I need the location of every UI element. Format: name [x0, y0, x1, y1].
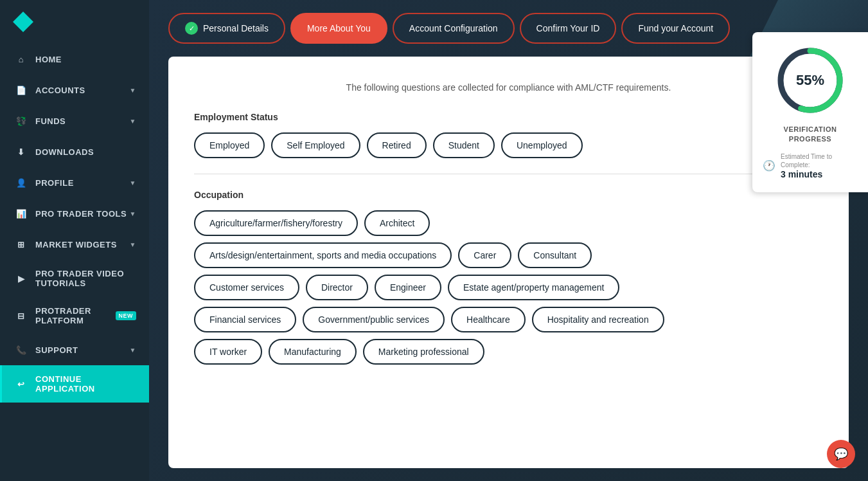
occupation-option-director[interactable]: Director — [306, 275, 368, 300]
occupation-option-engineer[interactable]: Engineer — [375, 275, 441, 300]
progress-circle-container: 55% — [763, 45, 858, 116]
occupation-option-customer-services[interactable]: Customer services — [194, 275, 299, 300]
sidebar-item-accounts[interactable]: 📄 ACCOUNTS ▼ — [0, 75, 149, 105]
sidebar-item-pro-trader-video[interactable]: ▶ PRO TRADER VIDEO TUTORIALS — [0, 260, 149, 297]
occupation-option-consultant[interactable]: Consultant — [518, 242, 592, 268]
chevron-icon: ▼ — [130, 87, 136, 94]
occupation-row3: Customer servicesDirectorEngineerEstate … — [194, 275, 823, 300]
step-account-configuration[interactable]: Account Configuration — [393, 13, 515, 44]
occupation-option-financial-services[interactable]: Financial services — [194, 307, 296, 332]
sidebar-item-label: PROFILE — [35, 178, 74, 188]
step-label: Fund your Account — [638, 23, 713, 33]
occupation-label: Occupation — [194, 190, 823, 200]
profile-icon: 👤 — [15, 176, 28, 189]
widgets-icon: ⊞ — [15, 238, 28, 251]
employment-option-unemployed[interactable]: Unemployed — [501, 132, 583, 158]
section-divider — [194, 174, 823, 174]
step-label: Account Configuration — [409, 23, 498, 33]
occupation-option-healthcare[interactable]: Healthcare — [451, 307, 526, 332]
sidebar-item-label: PRO TRADER VIDEO TUTORIALS — [35, 269, 136, 288]
sidebar-item-label: PROTRADER PLATFORM — [35, 306, 111, 325]
occupation-section: Occupation Agriculture/farmer/fishery/fo… — [194, 190, 823, 365]
time-value: 3 minutes — [781, 169, 858, 179]
sidebar-item-protrader-platform[interactable]: ⊟ PROTRADER PLATFORM NEW — [0, 297, 149, 334]
employment-option-employed[interactable]: Employed — [194, 132, 265, 158]
funds-icon: 💱 — [15, 114, 28, 127]
chat-button[interactable]: 💬 — [827, 440, 855, 468]
step-label: Confirm Your ID — [536, 23, 600, 33]
employment-options: EmployedSelf EmployedRetiredStudentUnemp… — [194, 132, 823, 158]
employment-label: Employment Status — [194, 112, 823, 122]
employment-option-self-employed[interactable]: Self Employed — [271, 132, 360, 158]
support-icon: 📞 — [15, 343, 28, 356]
home-icon: ⌂ — [15, 53, 28, 66]
step-label: Personal Details — [203, 23, 269, 33]
occupation-row5: IT workerManufacturingMarketing professi… — [194, 339, 823, 365]
sidebar-item-funds[interactable]: 💱 FUNDS ▼ — [0, 105, 149, 136]
sidebar-item-label: CONTINUE APPLICATION — [35, 374, 136, 394]
sidebar-item-label: ACCOUNTS — [35, 86, 85, 95]
employment-section: Employment Status EmployedSelf EmployedR… — [194, 112, 823, 158]
continue-icon: ↩ — [15, 377, 28, 390]
chevron-icon: ▼ — [130, 241, 136, 248]
sidebar-item-market-widgets[interactable]: ⊞ MARKET WIDGETS ▼ — [0, 229, 149, 260]
sidebar-item-label: PRO TRADER TOOLS — [35, 209, 127, 219]
sidebar-item-continue-application[interactable]: ↩ CONTINUE APPLICATION — [0, 365, 149, 403]
form-area: The following questions are collected fo… — [168, 57, 849, 468]
occupation-option-manufacturing[interactable]: Manufacturing — [269, 339, 357, 365]
sidebar-item-support[interactable]: 📞 SUPPORT ▼ — [0, 334, 149, 365]
downloads-icon: ⬇ — [15, 145, 28, 158]
progress-widget: 55% VERIFICATIONPROGRESS 🕐 Estimated Tim… — [752, 32, 868, 192]
occupation-option-government-public-services[interactable]: Government/public services — [303, 307, 445, 332]
sidebar-item-label: DOWNLOADS — [35, 147, 94, 157]
verification-label: VERIFICATIONPROGRESS — [763, 125, 858, 145]
estimated-label: Estimated Time to Complete: — [781, 152, 858, 169]
sidebar-logo — [0, 0, 149, 44]
occupation-option-estate-agent-property-manageme[interactable]: Estate agent/property management — [448, 275, 619, 300]
accounts-icon: 📄 — [15, 84, 28, 96]
progress-percentage: 55% — [796, 72, 824, 89]
employment-option-retired[interactable]: Retired — [367, 132, 427, 158]
video-icon: ▶ — [15, 272, 28, 285]
sidebar-item-downloads[interactable]: ⬇ DOWNLOADS — [0, 136, 149, 167]
occupation-option-arts-design-entertainment-spor[interactable]: Arts/design/entertainment, sports and me… — [194, 242, 452, 268]
step-confirm-your-id[interactable]: Confirm Your ID — [520, 13, 617, 44]
sidebar-item-label: HOME — [35, 55, 62, 64]
occupation-option-carer[interactable]: Carer — [458, 242, 511, 268]
occupation-option-it-worker[interactable]: IT worker — [194, 339, 262, 365]
clock-icon: 🕐 — [763, 159, 775, 172]
main-content: ✓Personal DetailsMore About YouAccount C… — [149, 0, 868, 481]
sidebar-item-label: MARKET WIDGETS — [35, 240, 117, 250]
sidebar-item-pro-trader-tools[interactable]: 📊 PRO TRADER TOOLS ▼ — [0, 198, 149, 229]
occupation-option-agriculture-farmer-fishery-for[interactable]: Agriculture/farmer/fishery/forestry — [194, 210, 358, 236]
new-badge: NEW — [116, 311, 137, 320]
progress-circle: 55% — [775, 45, 846, 116]
chevron-icon: ▼ — [130, 118, 136, 125]
sidebar-item-label: SUPPORT — [35, 345, 78, 355]
time-estimate: 🕐 Estimated Time to Complete: 3 minutes — [763, 152, 858, 179]
occupation-row2: Arts/design/entertainment, sports and me… — [194, 242, 823, 268]
sidebar-item-home[interactable]: ⌂ HOME — [0, 44, 149, 75]
sidebar-item-label: FUNDS — [35, 116, 66, 126]
platform-icon: ⊟ — [15, 309, 28, 322]
time-info: Estimated Time to Complete: 3 minutes — [781, 152, 858, 179]
step-label: More About You — [307, 23, 371, 33]
step-fund-your-account[interactable]: Fund your Account — [621, 13, 730, 44]
chevron-icon: ▼ — [130, 210, 136, 217]
tools-icon: 📊 — [15, 207, 28, 220]
chevron-icon: ▼ — [130, 347, 136, 354]
occupation-option-architect[interactable]: Architect — [364, 210, 430, 236]
occupation-row1: Agriculture/farmer/fishery/forestryArchi… — [194, 210, 823, 236]
occupation-row4: Financial servicesGovernment/public serv… — [194, 307, 823, 332]
occupation-option-marketing-professional[interactable]: Marketing professional — [363, 339, 484, 365]
logo-icon — [13, 12, 33, 32]
sidebar-item-profile[interactable]: 👤 PROFILE ▼ — [0, 167, 149, 198]
sidebar: ⌂ HOME 📄 ACCOUNTS ▼ 💱 FUNDS ▼ ⬇ DOWNLOAD… — [0, 0, 149, 481]
step-personal-details[interactable]: ✓Personal Details — [168, 13, 285, 44]
step-more-about-you[interactable]: More About You — [290, 13, 387, 44]
employment-option-student[interactable]: Student — [433, 132, 495, 158]
compliance-text: The following questions are collected fo… — [194, 82, 823, 93]
chevron-icon: ▼ — [130, 179, 136, 186]
occupation-option-hospitality-and-recreation[interactable]: Hospitality and recreation — [532, 307, 664, 332]
step-check-icon: ✓ — [185, 22, 198, 35]
